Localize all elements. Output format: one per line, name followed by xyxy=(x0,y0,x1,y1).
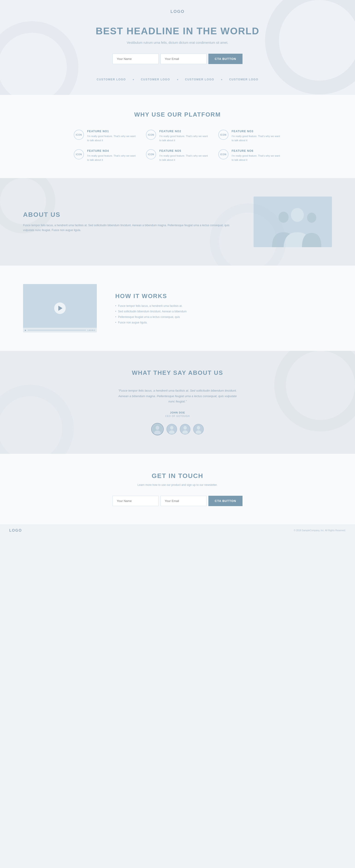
feature-icon-5: ICON xyxy=(146,149,156,159)
how-point-4: Fusce non augue ligula. xyxy=(115,321,332,324)
feature-desc-6: I'm really good feature. That's why we w… xyxy=(232,154,281,162)
hero-name-input[interactable] xyxy=(113,54,158,64)
play-control-icon[interactable]: ▶ xyxy=(25,329,26,331)
feature-icon-2: ICON xyxy=(146,130,156,140)
about-title: ABOUT US xyxy=(23,211,235,218)
avatar-2-silhouette xyxy=(167,425,176,434)
contact-section: GET IN TOUCH Learn more how to use our p… xyxy=(0,454,355,525)
feature-title-3: FEATURE NO3 xyxy=(232,130,281,133)
svg-point-11 xyxy=(183,426,187,430)
feature-title-5: FEATURE NO5 xyxy=(159,149,209,153)
nav-logo: LOGO xyxy=(5,9,350,14)
about-content: ABOUT US Fusce tempor felis lacus, a hen… xyxy=(23,211,235,233)
feature-content-6: FEATURE NO6 I'm really good feature. Tha… xyxy=(232,149,281,162)
feature-desc-1: I'm really good feature. That's why we w… xyxy=(87,134,137,142)
how-content: HOW IT WORKS Fusce tempor felis lacus, a… xyxy=(115,292,332,324)
feature-item-2: ICON FEATURE NO2 I'm really good feature… xyxy=(146,130,209,142)
testimonials-title: WHAT THEY SAY ABOUT US xyxy=(19,369,336,376)
how-point-3: Pellentesque feugiat urna a lectus conse… xyxy=(115,315,332,318)
avatar-4-silhouette xyxy=(194,425,203,434)
contact-name-input[interactable] xyxy=(113,496,158,506)
contact-title: GET IN TOUCH xyxy=(19,472,336,479)
feature-icon-3: ICON xyxy=(218,130,229,140)
about-desc: Fusce tempor felis lacus, a hendrerit ur… xyxy=(23,223,235,233)
svg-point-14 xyxy=(197,426,200,430)
testimonial-author-title: CEO OF GOTOUGH xyxy=(19,415,336,417)
feature-content-2: FEATURE NO2 I'm really good feature. Tha… xyxy=(159,130,209,142)
avatar-3-silhouette xyxy=(180,425,190,434)
features-grid: ICON FEATURE NO1 I'm really good feature… xyxy=(74,130,281,162)
feature-desc-4: I'm really good feature. That's why we w… xyxy=(87,154,137,162)
contact-email-input[interactable] xyxy=(160,496,207,506)
feature-icon-1: ICON xyxy=(74,130,84,140)
customer-logo-2: CUSTOMER LOGO xyxy=(141,78,170,81)
feature-item-3: ICON FEATURE NO3 I'm really good feature… xyxy=(218,130,281,142)
video-player[interactable]: ▶ 1:40:00.0 xyxy=(23,284,97,333)
avatar-1[interactable] xyxy=(151,423,164,435)
customer-logo-1: CUSTOMER LOGO xyxy=(96,78,126,81)
feature-item-6: ICON FEATURE NO6 I'm really good feature… xyxy=(218,149,281,162)
features-section: WHY USE OUR PLATFORM ICON FEATURE NO1 I'… xyxy=(0,95,355,178)
play-button[interactable] xyxy=(54,303,66,314)
hero-subheadline: Vestibulum rutrum urna felis, dictum dic… xyxy=(5,41,350,44)
play-icon xyxy=(58,306,62,311)
how-list: Fusce tempor felis lacus, a hendrerit ur… xyxy=(115,304,332,324)
features-title: WHY USE OUR PLATFORM xyxy=(19,111,336,118)
hero-form: CTA BUTTON xyxy=(5,54,350,64)
hero-headline: BEST HEADLINE IN THE WORLD xyxy=(5,26,350,37)
feature-title-4: FEATURE NO4 xyxy=(87,149,137,153)
testimonial-avatars xyxy=(19,423,336,435)
feature-desc-2: I'm really good feature. That's why we w… xyxy=(159,134,209,142)
contact-cta-button[interactable]: CTA BUTTON xyxy=(208,496,243,506)
how-section: ▶ 1:40:00.0 HOW IT WORKS Fusce tempor fe… xyxy=(0,266,355,351)
feature-icon-6: ICON xyxy=(218,149,229,159)
customer-logos-row: CUSTOMER LOGO CUSTOMER LOGO CUSTOMER LOG… xyxy=(5,78,350,81)
testimonials-section: WHAT THEY SAY ABOUT US "Fusce tempor fel… xyxy=(0,351,355,454)
feature-content-4: FEATURE NO4 I'm really good feature. Tha… xyxy=(87,149,137,162)
how-point-1: Fusce tempor felis lacus, a hendrerit ur… xyxy=(115,304,332,308)
feature-title-1: FEATURE NO1 xyxy=(87,130,137,133)
avatar-4[interactable] xyxy=(193,424,204,434)
feature-item-5: ICON FEATURE NO5 I'm really good feature… xyxy=(146,149,209,162)
feature-content-5: FEATURE NO5 I'm really good feature. Tha… xyxy=(159,149,209,162)
feature-item-1: ICON FEATURE NO1 I'm really good feature… xyxy=(74,130,137,142)
how-title: HOW IT WORKS xyxy=(115,292,332,300)
feature-content-1: FEATURE NO1 I'm really good feature. Tha… xyxy=(87,130,137,142)
contact-form: CTA BUTTON xyxy=(19,496,336,506)
feature-item-4: ICON FEATURE NO4 I'm really good feature… xyxy=(74,149,137,162)
svg-point-1 xyxy=(278,212,289,223)
about-silhouette-svg xyxy=(254,196,332,247)
hero-email-input[interactable] xyxy=(160,54,207,64)
feature-icon-4: ICON xyxy=(74,149,84,159)
testimonial-author-name: JOHN DOE xyxy=(19,411,336,414)
avatar-1-silhouette xyxy=(152,424,162,434)
video-progress-bar[interactable] xyxy=(28,330,86,330)
svg-point-8 xyxy=(170,426,173,430)
how-point-2: Sed sollicitudin bibendum tincidunt. Aen… xyxy=(115,310,332,313)
testimonial-quote: "Fusce tempor felis lacus, a hendrerit u… xyxy=(115,388,240,404)
video-controls: ▶ 1:40:00.0 xyxy=(23,328,97,333)
video-time: 1:40:00.0 xyxy=(87,329,95,331)
avatar-3[interactable] xyxy=(180,424,190,434)
customer-logo-4: CUSTOMER LOGO xyxy=(229,78,259,81)
feature-content-3: FEATURE NO3 I'm really good feature. Tha… xyxy=(232,130,281,142)
footer-logo: LOGO xyxy=(9,528,22,533)
svg-point-3 xyxy=(307,213,316,223)
feature-title-2: FEATURE NO2 xyxy=(159,130,209,133)
customer-logo-3: CUSTOMER LOGO xyxy=(185,78,214,81)
footer: LOGO © 2018 SampleCompany, Inc. All Righ… xyxy=(0,525,355,536)
contact-desc: Learn more how to use our product and si… xyxy=(19,483,336,487)
svg-point-2 xyxy=(291,208,304,222)
about-image xyxy=(254,196,332,247)
hero-cta-button[interactable]: CTA BUTTON xyxy=(208,54,243,64)
avatar-2[interactable] xyxy=(167,424,177,434)
logo-separator-1 xyxy=(133,79,134,80)
feature-desc-3: I'm really good feature. That's why we w… xyxy=(232,134,281,142)
hero-section: LOGO BEST HEADLINE IN THE WORLD Vestibul… xyxy=(0,0,355,95)
svg-point-5 xyxy=(156,426,159,430)
logo-separator-3 xyxy=(221,79,222,80)
about-section: ABOUT US Fusce tempor felis lacus, a hen… xyxy=(0,178,355,266)
footer-copyright: © 2018 SampleCompany, Inc. All Rights Re… xyxy=(294,529,346,532)
feature-desc-5: I'm really good feature. That's why we w… xyxy=(159,154,209,162)
feature-title-6: FEATURE NO6 xyxy=(232,149,281,153)
